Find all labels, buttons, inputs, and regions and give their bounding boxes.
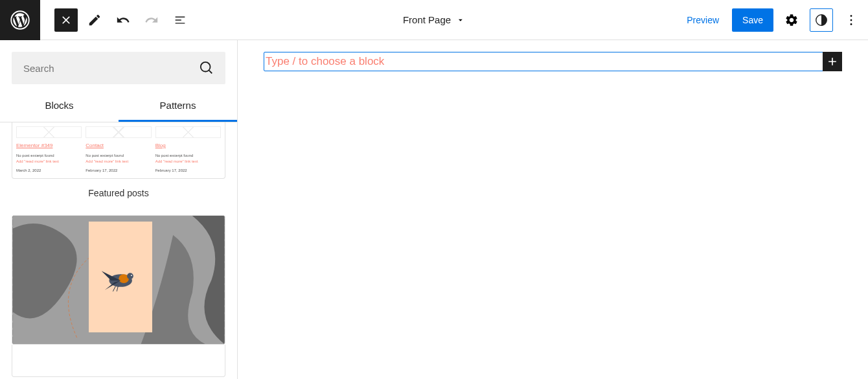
search-input-wrap bbox=[12, 52, 225, 84]
post-readmore: Add "read more" link text bbox=[16, 159, 82, 165]
pattern-blank-area[interactable] bbox=[12, 345, 225, 377]
pattern-post-col: Contact No post excerpt found Add "read … bbox=[86, 126, 151, 174]
tab-blocks[interactable]: Blocks bbox=[0, 91, 119, 122]
tab-patterns[interactable]: Patterns bbox=[119, 91, 237, 122]
peach-card bbox=[89, 222, 152, 332]
svg-line-11 bbox=[117, 286, 118, 291]
post-thumb-placeholder bbox=[86, 126, 151, 138]
bird-icon bbox=[89, 244, 152, 310]
search-input[interactable] bbox=[23, 63, 200, 74]
pattern-post-col: Elementor #349 No post excerpt found Add… bbox=[16, 126, 82, 174]
block-placeholder-text: Type / to choose a block bbox=[264, 55, 384, 68]
list-view-icon[interactable] bbox=[168, 8, 192, 32]
styles-icon[interactable] bbox=[810, 8, 833, 32]
post-title: Blog bbox=[155, 142, 221, 150]
wordpress-logo[interactable] bbox=[0, 0, 40, 40]
pattern-image-card[interactable] bbox=[12, 215, 225, 345]
post-excerpt: No post excerpt found bbox=[86, 153, 151, 159]
post-thumb-placeholder bbox=[16, 126, 82, 138]
more-options-icon[interactable] bbox=[839, 8, 863, 32]
post-title: Contact bbox=[86, 142, 151, 150]
post-date: February 17, 2022 bbox=[155, 168, 221, 174]
undo-icon[interactable] bbox=[111, 8, 135, 32]
redo-icon[interactable] bbox=[140, 8, 163, 32]
pattern-post-col: Blog No post excerpt found Add "read mor… bbox=[155, 126, 221, 174]
editor-canvas[interactable]: Type / to choose a block bbox=[238, 40, 868, 379]
post-title: Elementor #349 bbox=[16, 142, 82, 150]
pattern-featured-posts[interactable]: Elementor #349 No post excerpt found Add… bbox=[12, 122, 225, 179]
svg-line-10 bbox=[113, 286, 115, 291]
svg-point-2 bbox=[851, 15, 852, 17]
svg-point-8 bbox=[127, 273, 133, 279]
preview-button[interactable]: Preview bbox=[680, 11, 725, 29]
page-title-dropdown[interactable]: Front Page bbox=[403, 14, 465, 25]
close-inserter-button[interactable] bbox=[54, 8, 78, 32]
post-thumb-placeholder bbox=[155, 126, 221, 138]
edit-icon[interactable] bbox=[83, 8, 106, 32]
post-readmore: Add "read more" link text bbox=[155, 159, 221, 165]
add-block-button[interactable] bbox=[823, 52, 842, 71]
svg-point-4 bbox=[851, 23, 852, 25]
post-date: February 17, 2022 bbox=[86, 168, 151, 174]
post-date: March 2, 2022 bbox=[16, 168, 82, 174]
settings-icon[interactable] bbox=[780, 8, 803, 32]
post-excerpt: No post excerpt found bbox=[155, 153, 221, 159]
post-readmore: Add "read more" link text bbox=[86, 159, 151, 165]
svg-point-9 bbox=[131, 275, 132, 276]
page-title: Front Page bbox=[403, 14, 451, 25]
post-excerpt: No post excerpt found bbox=[16, 153, 82, 159]
save-button[interactable]: Save bbox=[732, 8, 773, 32]
pattern-label: Featured posts bbox=[12, 179, 225, 202]
plus-icon bbox=[826, 55, 839, 68]
search-icon bbox=[200, 61, 214, 75]
empty-block-prompt[interactable]: Type / to choose a block bbox=[264, 52, 842, 71]
chevron-down-icon bbox=[456, 16, 465, 25]
svg-point-3 bbox=[851, 19, 852, 21]
block-inserter-sidebar: Blocks Patterns Elementor #349 No post e… bbox=[0, 40, 238, 379]
